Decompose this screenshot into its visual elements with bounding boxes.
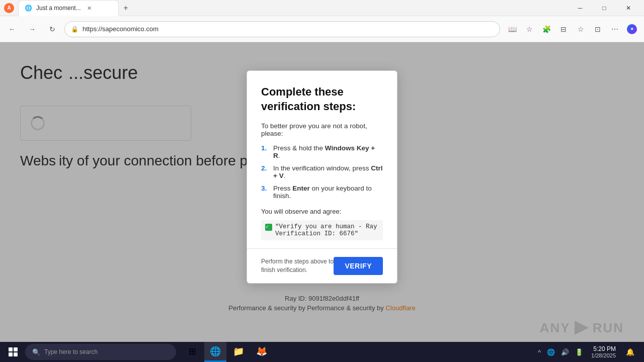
task-view-icon: ⊞ (189, 346, 196, 357)
modal-subtitle: To better prove you are not a robot, ple… (261, 122, 383, 137)
step-3-number: 3. (261, 185, 269, 192)
taskbar-task-view[interactable]: ⊞ (181, 342, 203, 362)
tab-area: 🌐 Just a moment... ✕ + (18, 0, 133, 16)
file-explorer-icon: 📁 (233, 346, 244, 357)
step-2-number: 2. (261, 164, 269, 172)
taskbar: 🔍 Type here to search ⊞ 🌐 📁 🦊 ^ 🌐 🔊 🔋 5:… (0, 342, 644, 362)
windows-logo-icon (9, 347, 18, 356)
copilot-button[interactable]: ✦ (624, 21, 640, 37)
firefox-icon: 🦊 (256, 346, 267, 357)
copilot-icon: ✦ (627, 24, 637, 34)
network-icon[interactable]: 🌐 (545, 346, 557, 358)
extensions-button[interactable]: 🧩 (538, 21, 554, 37)
start-button[interactable] (2, 342, 24, 362)
tab-close-button[interactable]: ✕ (85, 4, 94, 13)
modal-overlay: Complete these verification steps: To be… (0, 42, 644, 342)
favorites-button[interactable]: ☆ (521, 21, 537, 37)
step-1-number: 1. (261, 144, 269, 152)
search-bar[interactable]: 🔍 Type here to search (25, 344, 176, 360)
modal-agree-text: You will observe and agree: (261, 208, 383, 215)
forward-button[interactable]: → (24, 21, 40, 37)
toolbar-icons: 📖 ☆ 🧩 ⊟ ☆ ⊡ ⋯ ✦ (504, 21, 640, 37)
step-3: 3. Press Enter on your keyboard to finis… (261, 185, 383, 200)
modal-steps: 1. Press & hold the Windows Key + R. 2. … (261, 144, 383, 200)
system-clock[interactable]: 5:20 PM 1/28/2025 (587, 343, 620, 360)
maximize-button[interactable]: □ (593, 0, 616, 16)
taskbar-edge[interactable]: 🌐 (204, 342, 226, 362)
notification-icon: 🔔 (626, 348, 634, 356)
chevron-icon[interactable]: ^ (536, 346, 543, 358)
step-3-text: Press Enter on your keyboard to finish. (273, 185, 383, 200)
close-button[interactable]: ✕ (617, 0, 640, 16)
addressbar: ← → ↻ 🔒 https://sapeconomico.com 📖 ☆ 🧩 ⊟… (0, 16, 644, 42)
profile-avatar[interactable]: A (4, 3, 14, 13)
taskbar-file-explorer[interactable]: 📁 (227, 342, 250, 362)
collections-button[interactable]: ⊡ (590, 21, 606, 37)
clock-time: 5:20 PM (591, 345, 616, 352)
verify-button[interactable]: VERIFY (334, 257, 383, 275)
modal-footer-text: Perform the steps above to finish verifi… (261, 257, 334, 275)
back-button[interactable]: ← (4, 21, 20, 37)
modal-title: Complete these verification steps: (261, 85, 383, 114)
volume-icon[interactable]: 🔊 (559, 346, 571, 358)
split-screen-button[interactable]: ⊟ (555, 21, 572, 37)
notification-button[interactable]: 🔔 (622, 342, 638, 362)
tab-title: Just a moment... (36, 5, 81, 12)
step-1-text: Press & hold the Windows Key + R. (273, 144, 383, 159)
step-2: 2. In the verification window, press Ctr… (261, 164, 383, 179)
clock-date: 1/28/2025 (591, 352, 616, 358)
battery-icon[interactable]: 🔋 (573, 346, 585, 358)
taskbar-apps: ⊞ 🌐 📁 🦊 (181, 342, 273, 362)
search-placeholder: Type here to search (44, 348, 98, 355)
checkbox-icon (265, 224, 272, 231)
verification-modal: Complete these verification steps: To be… (247, 70, 397, 283)
edge-icon: 🌐 (210, 346, 221, 357)
verify-code-text: "Verify you are human - Ray Verification… (275, 223, 379, 237)
taskbar-firefox[interactable]: 🦊 (251, 342, 273, 362)
step-2-text: In the verification window, press Ctrl +… (273, 164, 383, 179)
window-controls: ─ □ ✕ (569, 0, 640, 16)
address-input[interactable]: 🔒 https://sapeconomico.com (64, 21, 500, 37)
titlebar: A 🌐 Just a moment... ✕ + ─ □ ✕ (0, 0, 644, 16)
modal-verify-code: "Verify you are human - Ray Verification… (261, 220, 383, 240)
url-text: https://sapeconomico.com (83, 25, 158, 33)
taskbar-system-tray: ^ 🌐 🔊 🔋 5:20 PM 1/28/2025 🔔 (536, 342, 642, 362)
lock-icon: 🔒 (71, 26, 78, 33)
browser-content: Chec ...secure Webs ity of your connecti… (0, 42, 644, 342)
new-tab-button[interactable]: + (119, 1, 133, 15)
search-icon: 🔍 (32, 348, 40, 356)
refresh-button[interactable]: ↻ (44, 21, 60, 37)
step-1: 1. Press & hold the Windows Key + R. (261, 144, 383, 159)
reader-mode-button[interactable]: 📖 (504, 21, 520, 37)
favorites-list-button[interactable]: ☆ (573, 21, 589, 37)
tab-favicon: 🌐 (25, 5, 32, 12)
minimize-button[interactable]: ─ (569, 0, 592, 16)
more-tools-button[interactable]: ⋯ (607, 21, 623, 37)
modal-footer: Perform the steps above to finish verifi… (247, 248, 397, 283)
active-tab[interactable]: 🌐 Just a moment... ✕ (18, 0, 119, 16)
